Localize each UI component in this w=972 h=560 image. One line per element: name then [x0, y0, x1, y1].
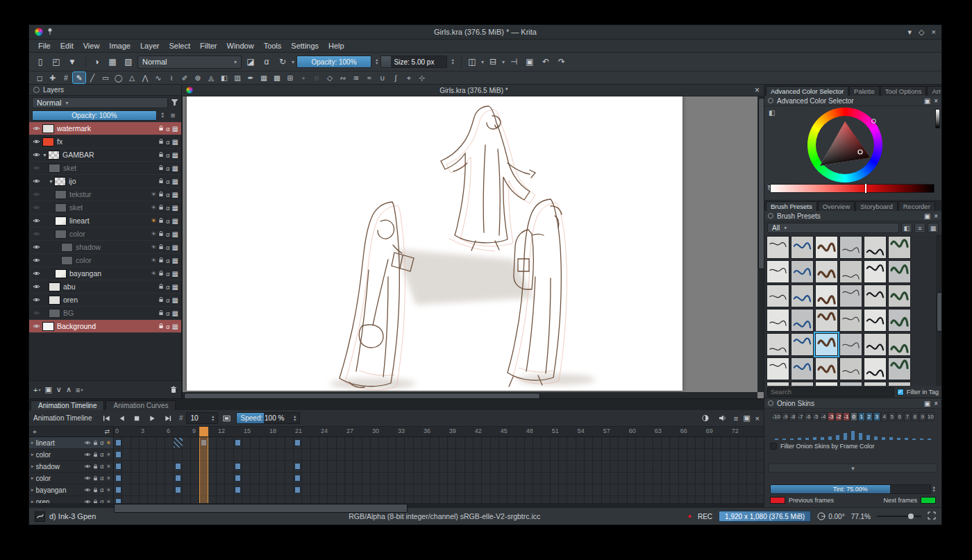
- alpha-lock-icon[interactable]: α: [166, 270, 170, 278]
- keyframe[interactable]: [235, 439, 241, 446]
- contiguous-selection-tool[interactable]: ≋: [350, 72, 362, 83]
- track-alpha-icon[interactable]: α: [100, 451, 103, 458]
- keyframe[interactable]: [201, 439, 207, 446]
- brush-preset[interactable]: [839, 285, 862, 307]
- move-layer-up-button[interactable]: ∧: [66, 385, 72, 394]
- layer-row-abu[interactable]: abuα▦: [29, 280, 181, 294]
- brush-preset[interactable]: [888, 260, 911, 283]
- track-cells[interactable]: [114, 496, 764, 503]
- onion-skin-icon[interactable]: ☀: [151, 230, 156, 237]
- pattern-edit-tool[interactable]: ▦: [258, 72, 270, 83]
- keyframe[interactable]: [235, 463, 241, 470]
- lock-icon[interactable]: [158, 269, 164, 278]
- tab-storyboard[interactable]: Storyboard: [855, 201, 897, 211]
- scrollbar-thumb[interactable]: [114, 504, 408, 513]
- fullscreen-icon[interactable]: [928, 511, 936, 521]
- timeline-scrollbar[interactable]: [29, 503, 764, 507]
- brush-preset[interactable]: [839, 309, 862, 332]
- alpha-lock-icon[interactable]: α: [166, 125, 170, 133]
- tab-overview[interactable]: Overview: [818, 201, 855, 211]
- rectangular-selection-tool[interactable]: ▫: [297, 72, 310, 83]
- menu-help[interactable]: Help: [324, 42, 349, 50]
- collapse-options-button[interactable]: ▾: [769, 464, 937, 473]
- layer-visibility-icon[interactable]: [31, 310, 42, 316]
- onion-skin-icon[interactable]: ☀: [151, 257, 156, 264]
- alpha-lock-icon[interactable]: α: [166, 191, 170, 198]
- tab-animation-curves[interactable]: Animation Curves: [106, 400, 176, 410]
- stop-button[interactable]: [131, 412, 143, 424]
- track-alpha-icon[interactable]: α: [100, 498, 103, 503]
- onion-frame-1[interactable]: 1: [858, 412, 865, 421]
- close-docker-button[interactable]: ×: [934, 212, 938, 220]
- alpha-lock-icon[interactable]: α: [166, 323, 170, 330]
- track-cells[interactable]: [114, 449, 764, 460]
- gradient-chooser-button[interactable]: ◑: [90, 55, 103, 69]
- layer-row-tekstur[interactable]: tekstur☀α▦: [29, 188, 181, 201]
- tab-arrange[interactable]: Arrange: [927, 86, 941, 96]
- layer-visibility-icon[interactable]: [31, 218, 42, 223]
- brush-preset[interactable]: [791, 236, 814, 259]
- onion-frame-6[interactable]: 6: [896, 412, 903, 421]
- layer-filter-icon[interactable]: [171, 99, 178, 108]
- close-button[interactable]: ×: [932, 28, 936, 37]
- layer-style-icon[interactable]: ▦: [172, 257, 178, 264]
- layer-row-sket[interactable]: sket☀α▦: [29, 201, 181, 214]
- tab-palette[interactable]: Palette: [849, 86, 880, 96]
- brush-preset[interactable]: [791, 260, 814, 283]
- onion-frame--2[interactable]: -2: [835, 412, 842, 421]
- menu-select[interactable]: Select: [164, 42, 195, 50]
- brush-preset[interactable]: [815, 285, 838, 307]
- layer-style-icon[interactable]: ▦: [172, 217, 178, 225]
- track-onion-icon[interactable]: ☀: [106, 439, 111, 446]
- scrollbar-thumb[interactable]: [758, 98, 764, 269]
- track-cells[interactable]: [114, 461, 764, 472]
- onion-frame-3[interactable]: 3: [873, 412, 880, 421]
- bezier-selection-tool[interactable]: ∫: [389, 72, 402, 83]
- expand-group-icon[interactable]: ▼: [42, 153, 48, 158]
- layer-row-bayangan[interactable]: bayangan☀α▦: [29, 267, 181, 280]
- track-label[interactable]: ▸lineartα☀: [29, 437, 114, 448]
- onion-frame--10[interactable]: -10: [771, 412, 781, 421]
- brush-preset[interactable]: [815, 357, 838, 380]
- lightness-strip[interactable]: [770, 184, 935, 193]
- scrollbar-thumb[interactable]: [184, 393, 540, 398]
- brush-preset[interactable]: [839, 382, 862, 386]
- opacity-spinner[interactable]: ▲▼: [375, 58, 378, 65]
- advanced-color-selector[interactable]: ◧ ↻: [764, 106, 941, 200]
- polygonal-selection-tool[interactable]: ◇: [324, 72, 336, 83]
- alpha-lock-icon[interactable]: α: [166, 257, 170, 264]
- brush-preset[interactable]: [791, 309, 814, 332]
- close-docker-button[interactable]: ×: [934, 97, 938, 105]
- size-spinner[interactable]: ▲▼: [451, 58, 454, 65]
- value-strip[interactable]: [935, 109, 940, 128]
- line-tool[interactable]: ╱: [86, 72, 99, 83]
- onion-skins-button[interactable]: [699, 412, 712, 424]
- layer-visibility-icon[interactable]: [31, 165, 42, 171]
- filter-in-tag-checkbox[interactable]: ✓: [897, 389, 904, 396]
- brush-preset[interactable]: [864, 333, 887, 356]
- track-alpha-icon[interactable]: α: [100, 475, 103, 482]
- mirror-vertical-button[interactable]: ⊟: [486, 55, 500, 69]
- ellipse-tool[interactable]: ◯: [112, 72, 125, 83]
- keyframe[interactable]: [235, 486, 241, 493]
- redo-button[interactable]: ↷: [555, 55, 569, 69]
- fill-gradient-button[interactable]: ▧: [122, 55, 135, 69]
- layer-row-shadow[interactable]: shadow☀α▦: [29, 241, 181, 254]
- next-frame-button[interactable]: [161, 412, 174, 424]
- timeline-menu-button[interactable]: ≡: [734, 414, 738, 423]
- track-lock-icon[interactable]: [93, 462, 98, 470]
- crop-tool[interactable]: #: [60, 72, 72, 83]
- alpha-lock-icon[interactable]: α: [166, 217, 170, 225]
- undo-button[interactable]: ↶: [539, 55, 553, 69]
- track-cells[interactable]: [114, 484, 764, 495]
- add-layer-button[interactable]: +▾: [33, 386, 40, 394]
- brush-preset[interactable]: [766, 309, 789, 332]
- layer-visibility-icon[interactable]: [31, 271, 42, 276]
- onion-frame--4[interactable]: -4: [820, 412, 827, 421]
- track-visibility-icon[interactable]: [84, 486, 91, 494]
- brush-preset[interactable]: [864, 260, 887, 283]
- assistants-tool[interactable]: ◬: [205, 72, 217, 83]
- layer-style-icon[interactable]: ▦: [172, 244, 178, 251]
- keyframe[interactable]: [294, 463, 301, 470]
- chevron-down-icon[interactable]: ▾: [502, 59, 505, 65]
